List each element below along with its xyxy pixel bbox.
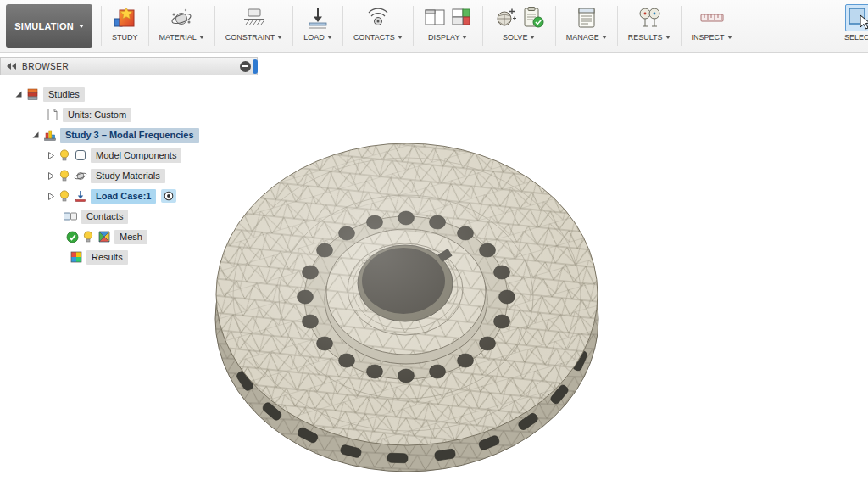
tree-row-load-case[interactable]: Load Case:1 <box>0 186 258 206</box>
visibility-bulb-icon[interactable] <box>58 148 70 162</box>
mesh-icon <box>97 230 111 243</box>
tree-label-load-case[interactable]: Load Case:1 <box>91 189 156 204</box>
visibility-bulb-icon[interactable] <box>58 189 70 203</box>
tree-row-units[interactable]: Units: Custom <box>0 104 258 125</box>
collapse-panel-icon[interactable] <box>7 63 16 70</box>
studies-icon <box>26 87 40 101</box>
collapsed-arrow-icon[interactable] <box>46 192 55 201</box>
visibility-bulb-icon[interactable] <box>82 230 94 243</box>
viewport[interactable]: BROWSER Studies <box>0 53 868 492</box>
active-load-case-icon[interactable] <box>161 189 176 203</box>
tree-label-results[interactable]: Results <box>86 250 128 265</box>
tree-row-model-components[interactable]: Model Components <box>0 145 258 165</box>
study-chart-icon <box>43 128 57 142</box>
tree-label-units[interactable]: Units: Custom <box>63 108 131 122</box>
expand-arrow-icon[interactable] <box>31 131 40 139</box>
browser-title: BROWSER <box>22 62 69 71</box>
tree-row-study-materials[interactable]: Study Materials <box>0 165 258 186</box>
tree-row-mesh[interactable]: Mesh <box>0 226 258 247</box>
materials-icon <box>74 169 87 182</box>
browser-panel: BROWSER Studies <box>0 57 258 267</box>
tree-row-results[interactable]: Results <box>0 247 258 267</box>
component-icon <box>74 148 87 162</box>
tree-row-study3[interactable]: Study 3 – Modal Frequencies <box>0 125 258 145</box>
tree-label-study-materials[interactable]: Study Materials <box>91 169 165 183</box>
check-circle-icon <box>66 231 79 243</box>
collapse-all-icon[interactable] <box>240 61 251 72</box>
load-case-icon <box>74 189 87 203</box>
tree-label-mesh[interactable]: Mesh <box>114 230 147 244</box>
units-icon <box>46 108 59 121</box>
tree-row-studies[interactable]: Studies <box>0 84 258 104</box>
tree-label-study3[interactable]: Study 3 – Modal Frequencies <box>60 128 199 143</box>
expand-arrow-icon[interactable] <box>14 90 23 98</box>
contacts-small-icon <box>63 210 78 222</box>
tree-row-contacts[interactable]: Contacts <box>0 206 258 226</box>
browser-tree: Studies Units: Custom <box>0 84 258 267</box>
scrollbar-thumb[interactable] <box>253 59 258 74</box>
browser-header[interactable]: BROWSER <box>0 57 258 75</box>
tree-label-studies[interactable]: Studies <box>43 87 85 102</box>
tree-label-model-components[interactable]: Model Components <box>91 148 181 163</box>
collapsed-arrow-icon[interactable] <box>46 151 55 160</box>
results-small-icon <box>70 250 83 264</box>
collapsed-arrow-icon[interactable] <box>46 171 55 181</box>
tree-label-contacts[interactable]: Contacts <box>81 210 128 224</box>
visibility-bulb-icon[interactable] <box>58 169 70 182</box>
